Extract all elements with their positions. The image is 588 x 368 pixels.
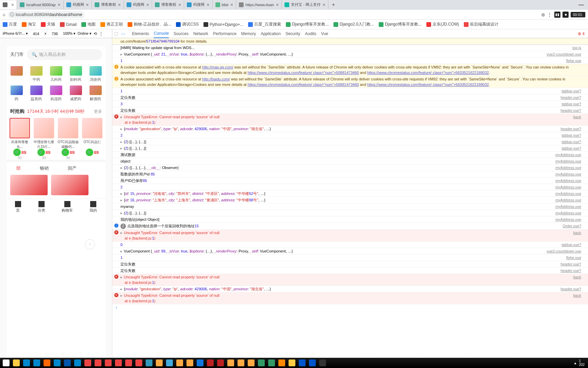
rec-card[interactable] <box>10 175 48 195</box>
bookmark-item[interactable]: 天猫 <box>41 21 55 27</box>
target-icon[interactable]: ◎ <box>541 12 545 17</box>
console-log-line[interactable]: objectmyAddress.vue <box>112 158 588 165</box>
console-log-line[interactable]: 测试数据myAddress.vue <box>112 152 588 158</box>
console-prompt[interactable]: › <box>112 304 588 310</box>
product-card[interactable]: OTC药品仁🛒89 <box>81 118 103 160</box>
minimize-icon[interactable]: — <box>574 2 588 8</box>
panel-tab-security[interactable]: Security <box>285 30 300 38</box>
zoom-select[interactable]: 100% ▾ <box>63 31 76 36</box>
log-source-link[interactable]: header.vue? <box>560 286 581 292</box>
log-source-link[interactable]: header.vue? <box>560 126 581 132</box>
category-item[interactable]: 风湿药 <box>46 84 66 103</box>
console-log-line[interactable]: 1flshe.vue <box>112 255 588 261</box>
console-log-line[interactable]: ▸(2) [{…}, {…}]tabbar.vue? <box>112 145 588 152</box>
close-icon[interactable]: × <box>118 2 121 7</box>
log-source-link[interactable]: tabbar.vue? <box>562 133 582 138</box>
console-log-line[interactable]: 2myAddress.vue <box>112 184 588 190</box>
bookmark-item[interactable]: 京东(JD.COM) <box>426 21 459 27</box>
log-source-link[interactable]: back <box>573 114 581 125</box>
console-log-line[interactable]: [HMR] Waiting for update signal from WDS… <box>112 45 588 51</box>
browser-tab[interactable]: 码搜网× <box>184 0 212 9</box>
bookmark-item[interactable]: Django博客开发教... <box>286 21 329 27</box>
bookmark-item[interactable]: 百度 <box>3 21 17 27</box>
more-icon[interactable]: ⋮ <box>548 12 552 17</box>
console-log-line[interactable]: ▸VueComponent {_uid: 21, _isVue: true, $… <box>112 51 588 58</box>
add-cart-icon[interactable]: 🛒 <box>37 149 45 156</box>
sort-tab[interactable]: 国产 <box>68 165 77 171</box>
close-icon[interactable]: × <box>11 2 14 7</box>
panel-tab-performance[interactable]: Performance <box>213 30 236 38</box>
close-icon[interactable]: × <box>86 2 89 7</box>
back-to-top[interactable]: ↑ <box>85 239 95 249</box>
panel-tab-sources[interactable]: Sources <box>174 30 189 38</box>
panel-tab-audits[interactable]: Audits <box>305 30 316 38</box>
error-count[interactable]: ⊗ 4 <box>578 31 585 36</box>
log-source-link[interactable]: vue2-countdown.vue <box>546 248 581 254</box>
console-log-line[interactable]: ▸(2) {{…}, {…}, __ob__: Observer}myAddre… <box>112 165 588 171</box>
log-source-link[interactable]: flshe.vue <box>566 255 581 260</box>
pause-button[interactable]: ▮▮ <box>554 12 560 18</box>
log-source-link[interactable]: header.vue? <box>560 108 581 113</box>
console-log-line[interactable]: 定位失败header.vue? <box>112 261 588 267</box>
url-box[interactable]: ⓘ localhost:8080/#/dashboard/home <box>8 11 84 18</box>
log-source-link[interactable]: Order.vue? <box>563 223 581 229</box>
bookmark-item[interactable]: 雍正王朝 <box>100 21 123 27</box>
bookmark-item[interactable]: 百度_百度搜索 <box>248 21 281 27</box>
add-cart-icon[interactable]: 🛒 <box>62 149 69 156</box>
bookmark-item[interactable]: 购物-正品低价、品... <box>128 21 171 27</box>
log-source-link[interactable]: myAddress.vue <box>555 158 581 164</box>
inspect-icon[interactable]: ⬚ <box>114 31 119 36</box>
console-log-line[interactable]: i2点选我的地址选择一个后返回收到的地址15Order.vue? <box>112 223 588 230</box>
close-icon[interactable]: × <box>276 2 279 7</box>
browser-tab[interactable]: 码搜网× <box>64 0 92 9</box>
rec-card[interactable] <box>51 175 88 195</box>
width-input[interactable] <box>30 32 42 36</box>
console-log-line[interactable]: 3tabbar.vue? <box>112 101 588 107</box>
windows-taskbar[interactable]: ▲1202 <box>0 358 588 358</box>
console-log-line[interactable]: 定位失败header.vue? <box>112 107 588 114</box>
home-icon[interactable]: ⌂ <box>3 12 5 17</box>
bookmark-item[interactable]: 淘宝 <box>22 21 36 27</box>
console-log-line[interactable]: ▸VueComponent {_uid: 99, _isVue: true, $… <box>112 248 588 255</box>
console-log-line[interactable]: ▸{id: 15, province: "河南省", city: "郑州市", … <box>112 190 588 197</box>
log-source-link[interactable]: tabbar.vue? <box>562 139 582 144</box>
close-icon[interactable]: × <box>207 2 209 7</box>
bookmark-item[interactable]: 地图 <box>81 21 96 27</box>
log-source-link[interactable]: myAddress.vue <box>555 152 581 157</box>
console-log-line[interactable]: ✕▸Uncaught TypeError: Cannot read proper… <box>112 274 588 286</box>
log-source-link[interactable]: header.vue? <box>560 261 581 267</box>
console-log-line[interactable]: us.com/feature/5718547946799104 for more… <box>112 38 588 45</box>
nav-item[interactable]: 分类 <box>38 201 45 213</box>
console-log-line[interactable]: 我的地址[object Object]myAddress.vue <box>112 216 588 223</box>
devtools-menu-icon[interactable]: ⋮ <box>99 31 103 36</box>
bookmark-item[interactable]: 调试CSS <box>176 21 199 27</box>
browser-tab[interactable]: 博客教程× <box>152 0 184 9</box>
log-source-link[interactable]: back <box>573 293 581 304</box>
browser-tab[interactable]: 支付宝 - 网上支付× <box>282 0 328 9</box>
log-source-link[interactable]: log.js <box>572 45 581 50</box>
bookmark-item[interactable]: Gmail <box>60 22 77 27</box>
category-item[interactable] <box>7 64 27 84</box>
product-card[interactable]: 中理按骨七厘片15片...🛒8999 <box>33 118 55 160</box>
log-source-link[interactable]: myAddress.vue <box>555 165 581 170</box>
console-log-line[interactable]: 定位失败header.vue? <box>112 267 588 274</box>
log-source-link[interactable]: myAddress.vue <box>555 191 581 196</box>
console-log-line[interactable]: myarraymyAddress.vue <box>112 203 588 210</box>
bookmark-item[interactable]: Python+Django+... <box>203 22 243 27</box>
log-source-link[interactable]: tabbar.vue? <box>562 145 582 151</box>
browser-tab[interactable]: × <box>0 0 17 9</box>
log-source-link[interactable]: header.vue? <box>560 268 581 273</box>
console-log-line[interactable]: 1tabbar.vue? <box>112 88 588 94</box>
product-card[interactable]: OTC药品朗迪碳酸钙...🛒8999 <box>57 118 79 160</box>
console-log-line[interactable]: ✕▸Uncaught TypeError: Cannot read proper… <box>112 292 588 304</box>
browser-tab[interactable]: 博客教程× <box>92 0 124 9</box>
log-source-link[interactable]: myAddress.vue <box>555 171 581 177</box>
log-source-link[interactable]: header.vue? <box>560 95 581 100</box>
log-source-link[interactable]: tabbar.vue? <box>562 88 582 94</box>
console-log-line[interactable]: 定位失败header.vue? <box>112 94 588 101</box>
log-source-link[interactable]: tabbar.vue? <box>562 101 582 107</box>
log-source-link[interactable]: myAddress.vue <box>555 204 581 209</box>
log-source-link[interactable]: myAddress.vue <box>555 197 581 203</box>
console-log-line[interactable]: !A cookie associated with a cross-site r… <box>112 64 588 76</box>
category-item[interactable]: 减肥药 <box>66 84 86 103</box>
